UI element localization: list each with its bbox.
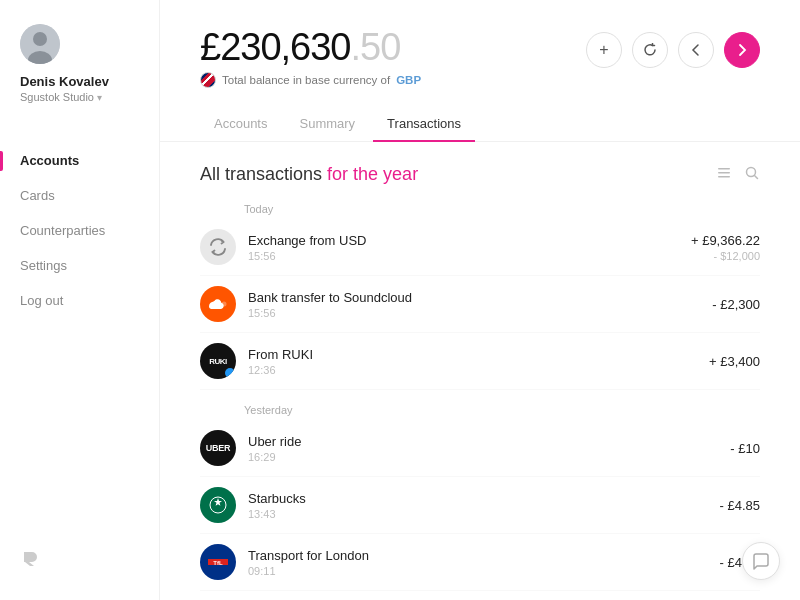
revolut-logo-icon bbox=[20, 548, 42, 570]
avatar bbox=[20, 24, 60, 64]
tabs: Accounts Summary Transactions bbox=[160, 106, 800, 142]
section-title-actions bbox=[716, 165, 760, 185]
svg-rect-4 bbox=[718, 172, 730, 174]
amount-main: + £9,366.22 bbox=[691, 233, 760, 248]
transaction-item[interactable]: UBER Uber ride 16:29 - £10 bbox=[200, 420, 760, 477]
transaction-name: Starbucks bbox=[248, 491, 720, 506]
transaction-info: Exchange from USD 15:56 bbox=[248, 233, 691, 262]
transaction-info: Transport for London 09:11 bbox=[248, 548, 720, 577]
transaction-name: From RUKI bbox=[248, 347, 709, 362]
svg-point-7 bbox=[222, 302, 227, 307]
tab-transactions[interactable]: Transactions bbox=[373, 106, 475, 141]
yesterday-transactions: UBER Uber ride 16:29 - £10 bbox=[200, 420, 760, 591]
transaction-time: 12:36 bbox=[248, 364, 709, 376]
transaction-amount: + £9,366.22 - $12,000 bbox=[691, 233, 760, 262]
svg-rect-5 bbox=[718, 176, 730, 178]
transaction-name: Bank transfer to Soundcloud bbox=[248, 290, 712, 305]
section-title: All transactions for the year bbox=[200, 164, 760, 185]
transaction-item[interactable]: Bank transfer to Soundcloud 15:56 - £2,3… bbox=[200, 276, 760, 333]
group-label-yesterday: Yesterday bbox=[200, 404, 760, 416]
content-area: All transactions for the year bbox=[160, 142, 800, 600]
transaction-amount: - £2,300 bbox=[712, 297, 760, 312]
balance-label-text: Total balance in base currency of bbox=[222, 74, 390, 86]
sidebar: Denis Kovalev Sgustok Studio Accounts Ca… bbox=[0, 0, 160, 600]
transaction-name: Transport for London bbox=[248, 548, 720, 563]
balance-cents: .50 bbox=[351, 26, 401, 68]
transaction-item[interactable]: Starbucks 13:43 - £4.85 bbox=[200, 477, 760, 534]
transaction-name: Exchange from USD bbox=[248, 233, 691, 248]
back-button[interactable] bbox=[678, 32, 714, 68]
amount-main: - £10 bbox=[730, 441, 760, 456]
profile-name: Denis Kovalev bbox=[20, 74, 109, 89]
ruki-icon: RUKI bbox=[200, 343, 236, 379]
svg-rect-3 bbox=[718, 168, 730, 170]
refresh-button[interactable] bbox=[632, 32, 668, 68]
transaction-item[interactable]: RUKI From RUKI 12:36 + £3,400 bbox=[200, 333, 760, 390]
amount-sub: - $12,000 bbox=[691, 250, 760, 262]
balance-whole: £230,630 bbox=[200, 26, 351, 68]
amount-main: + £3,400 bbox=[709, 354, 760, 369]
profile-section: Denis Kovalev Sgustok Studio bbox=[0, 24, 159, 127]
soundcloud-icon bbox=[200, 286, 236, 322]
group-label-today: Today bbox=[200, 203, 760, 215]
tab-accounts[interactable]: Accounts bbox=[200, 106, 281, 141]
main-content: £230,630.50 Total balance in base curren… bbox=[160, 0, 800, 600]
svg-point-8 bbox=[227, 370, 233, 376]
starbucks-icon bbox=[200, 487, 236, 523]
today-transactions: Exchange from USD 15:56 + £9,366.22 - $1… bbox=[200, 219, 760, 390]
transaction-time: 15:56 bbox=[248, 307, 712, 319]
section-title-suffix: for the year bbox=[327, 164, 418, 184]
chat-button[interactable] bbox=[742, 542, 780, 580]
sidebar-nav: Accounts Cards Counterparties Settings L… bbox=[0, 127, 159, 548]
balance-section: £230,630.50 Total balance in base curren… bbox=[200, 28, 421, 88]
tab-summary[interactable]: Summary bbox=[285, 106, 369, 141]
tfl-icon: TfL bbox=[200, 544, 236, 580]
sidebar-item-logout[interactable]: Log out bbox=[0, 283, 159, 318]
search-icon[interactable] bbox=[744, 165, 760, 185]
sidebar-item-accounts[interactable]: Accounts bbox=[0, 143, 159, 178]
sidebar-item-settings[interactable]: Settings bbox=[0, 248, 159, 283]
transaction-amount: - £4.85 bbox=[720, 498, 760, 513]
amount-main: - £4.85 bbox=[720, 498, 760, 513]
balance-currency: GBP bbox=[396, 74, 421, 86]
section-title-text: All transactions for the year bbox=[200, 164, 418, 185]
forward-button[interactable] bbox=[724, 32, 760, 68]
svg-text:TfL: TfL bbox=[213, 560, 223, 566]
add-button[interactable]: + bbox=[586, 32, 622, 68]
transaction-amount: - £10 bbox=[730, 441, 760, 456]
transaction-amount: + £3,400 bbox=[709, 354, 760, 369]
transaction-item[interactable]: Exchange from USD 15:56 + £9,366.22 - $1… bbox=[200, 219, 760, 276]
balance-display: £230,630.50 bbox=[200, 28, 421, 66]
transaction-time: 09:11 bbox=[248, 565, 720, 577]
balance-label: Total balance in base currency of GBP bbox=[200, 72, 421, 88]
transaction-item[interactable]: TfL Transport for London 09:11 - £4.60 bbox=[200, 534, 760, 591]
sidebar-item-counterparties[interactable]: Counterparties bbox=[0, 213, 159, 248]
gbp-flag-icon bbox=[200, 72, 216, 88]
transaction-time: 13:43 bbox=[248, 508, 720, 520]
header: £230,630.50 Total balance in base curren… bbox=[160, 0, 800, 88]
sidebar-bottom bbox=[0, 548, 159, 580]
transaction-name: Uber ride bbox=[248, 434, 730, 449]
amount-main: - £2,300 bbox=[712, 297, 760, 312]
svg-point-1 bbox=[33, 32, 47, 46]
sidebar-item-cards[interactable]: Cards bbox=[0, 178, 159, 213]
transaction-info: From RUKI 12:36 bbox=[248, 347, 709, 376]
uber-icon: UBER bbox=[200, 430, 236, 466]
list-view-icon[interactable] bbox=[716, 165, 732, 185]
header-actions: + bbox=[586, 32, 760, 68]
transaction-time: 15:56 bbox=[248, 250, 691, 262]
transaction-time: 16:29 bbox=[248, 451, 730, 463]
section-title-prefix: All transactions bbox=[200, 164, 322, 184]
exchange-icon bbox=[200, 229, 236, 265]
profile-studio[interactable]: Sgustok Studio bbox=[20, 91, 102, 103]
transaction-info: Starbucks 13:43 bbox=[248, 491, 720, 520]
transaction-info: Uber ride 16:29 bbox=[248, 434, 730, 463]
transaction-info: Bank transfer to Soundcloud 15:56 bbox=[248, 290, 712, 319]
